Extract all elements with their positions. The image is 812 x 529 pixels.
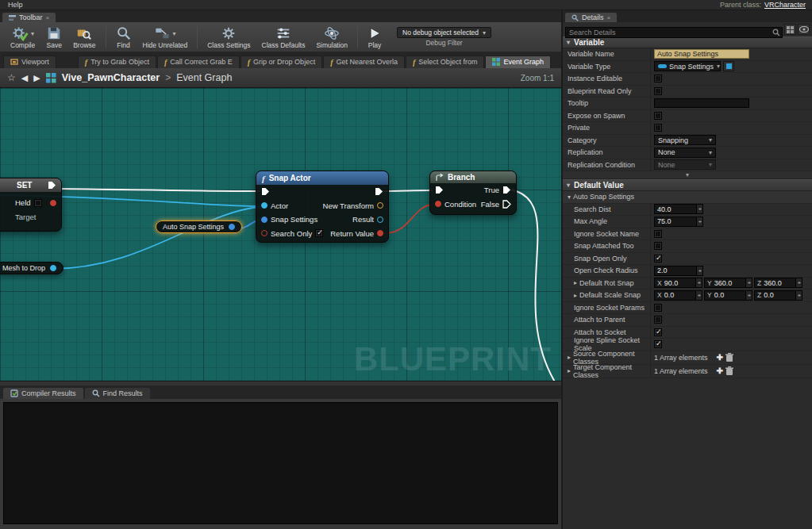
save-button[interactable]: Save	[40, 24, 67, 50]
tab-viewport[interactable]: Viewport	[3, 56, 56, 68]
spinner[interactable]	[745, 291, 752, 300]
advanced-expander[interactable]: ▼	[563, 171, 812, 179]
add-element-button[interactable]: ✚	[717, 367, 723, 375]
search-details-input[interactable]	[565, 27, 783, 38]
snap-settings-input-pin[interactable]	[261, 217, 267, 223]
hide-unrelated-button[interactable]: ▾ Hide Unrelated	[137, 24, 194, 50]
tab-try-to-grab-object[interactable]: fTry to Grab Object	[78, 56, 156, 68]
forward-arrow-icon[interactable]: ▶	[33, 74, 40, 82]
expose-on-spawn-checkbox[interactable]	[654, 112, 662, 120]
auto-snap-settings-node[interactable]: Auto Snap Settings	[156, 220, 242, 233]
search-only-input-pin[interactable]	[261, 230, 267, 236]
private-checkbox[interactable]	[654, 124, 662, 132]
scale-snap-y-input[interactable]: Y0.0	[704, 290, 752, 301]
expand-arrow-icon[interactable]: ▸	[568, 354, 571, 361]
category-dropdown[interactable]: Snapping▾	[654, 135, 716, 145]
play-button[interactable]: Play	[362, 24, 387, 50]
max-angle-input[interactable]: 75.0	[654, 217, 703, 227]
exec-out-pin[interactable]	[48, 181, 56, 190]
attach-to-parent-checkbox[interactable]	[654, 316, 662, 324]
snap-attached-too-checkbox[interactable]	[654, 242, 662, 250]
rot-snap-z-input[interactable]: Z360.0	[754, 278, 802, 288]
exec-in-pin[interactable]	[261, 187, 270, 196]
tab-get-nearest-overla[interactable]: fGet Nearest Overla	[323, 56, 405, 68]
close-icon[interactable]: ×	[607, 14, 611, 21]
breadcrumb-current[interactable]: Event Graph	[176, 72, 232, 83]
add-element-button[interactable]: ✚	[717, 354, 723, 362]
breadcrumb-root[interactable]: Vive_PawnCharacter	[62, 72, 160, 83]
menu-help[interactable]: Help	[0, 1, 31, 9]
spinner[interactable]	[695, 291, 702, 300]
set-node[interactable]: SET Held Target	[0, 178, 62, 232]
new-transform-output-pin[interactable]	[377, 202, 383, 209]
hide-unrelated-dropdown-icon[interactable]: ▾	[172, 30, 175, 37]
expand-arrow-icon[interactable]: ▸	[574, 279, 577, 286]
tab-select-object-from[interactable]: fSelect Object from	[406, 56, 484, 68]
tab-call-correct-grab[interactable]: fCall Correct Grab E	[157, 56, 240, 68]
tab-compiler-results[interactable]: Compiler Results	[3, 388, 83, 399]
spinner[interactable]	[696, 205, 702, 213]
container-type-button[interactable]	[723, 61, 734, 71]
true-exec-out-pin[interactable]	[502, 186, 511, 194]
expand-arrow-icon[interactable]: ▸	[568, 367, 571, 374]
back-arrow-icon[interactable]: ◀	[21, 74, 28, 82]
open-check-radius-input[interactable]: 2.0	[654, 266, 703, 276]
tab-details[interactable]: Details ×	[565, 13, 617, 22]
search-dist-input[interactable]: 40.0	[654, 204, 703, 214]
false-exec-out-pin[interactable]	[502, 200, 511, 209]
trash-icon[interactable]	[725, 353, 733, 362]
spinner[interactable]	[795, 291, 802, 300]
rot-snap-y-input[interactable]: Y360.0	[704, 278, 752, 288]
trash-icon[interactable]	[725, 366, 733, 375]
attach-to-socket-checkbox[interactable]	[654, 328, 662, 336]
row-auto-snap-settings-group[interactable]: ▾ Auto Snap Settings	[563, 191, 812, 204]
tab-event-graph[interactable]: Event Graph	[485, 56, 551, 68]
snap-open-only-checkbox[interactable]	[654, 255, 662, 263]
tooltip-input[interactable]	[654, 98, 749, 108]
property-matrix-button[interactable]	[784, 24, 796, 35]
tab-grip-or-drop-object[interactable]: fGrip or Drop Object	[241, 56, 322, 68]
blueprint-read-only-checkbox[interactable]	[654, 87, 662, 95]
snap-actor-node[interactable]: f Snap Actor Actor New Transform Snap Se…	[256, 171, 389, 243]
replication-dropdown[interactable]: None▾	[654, 148, 716, 158]
spinner[interactable]	[695, 278, 702, 287]
class-settings-button[interactable]: Class Settings	[202, 24, 256, 50]
class-defaults-button[interactable]: Class Defaults	[256, 24, 311, 50]
auto-snap-output-pin[interactable]	[229, 224, 235, 230]
condition-input-pin[interactable]	[435, 201, 441, 207]
debug-object-dropdown[interactable]: No debug object selected ▾	[397, 27, 491, 38]
ignore-socket-params-checkbox[interactable]	[654, 304, 662, 312]
exec-in-pin[interactable]	[435, 186, 444, 194]
scale-snap-x-input[interactable]: X0.0	[654, 290, 702, 301]
held-checkbox[interactable]	[34, 199, 42, 207]
variable-type-dropdown[interactable]: Snap Settings ▾	[654, 61, 721, 71]
view-options-button[interactable]	[798, 24, 810, 35]
result-output-pin[interactable]	[377, 217, 383, 223]
ignore-socket-name-checkbox[interactable]	[654, 230, 662, 238]
compile-button[interactable]: ▾ Compile	[5, 24, 40, 50]
variable-name-input[interactable]	[654, 49, 749, 59]
branch-node[interactable]: Branch True Condition False	[429, 171, 517, 215]
mesh-to-drop-node[interactable]: Mesh to Drop	[0, 262, 63, 274]
find-button[interactable]: Find	[110, 24, 137, 50]
compiler-results-output[interactable]	[3, 402, 558, 524]
exec-out-pin[interactable]	[375, 187, 383, 196]
search-only-checkbox[interactable]	[315, 229, 323, 237]
actor-input-pin[interactable]	[261, 202, 267, 209]
toolbar-tab[interactable]: Toolbar ×	[2, 13, 56, 22]
held-output-pin[interactable]	[50, 200, 56, 206]
spinner[interactable]	[696, 217, 702, 226]
return-value-output-pin[interactable]	[377, 230, 383, 236]
spinner[interactable]	[795, 278, 802, 287]
instance-editable-checkbox[interactable]	[654, 75, 662, 82]
spinner[interactable]	[745, 278, 752, 287]
expand-arrow-icon[interactable]: ▸	[574, 292, 577, 299]
scale-snap-z-input[interactable]: Z0.0	[754, 290, 802, 301]
rot-snap-x-input[interactable]: X90.0	[654, 278, 702, 288]
browse-button[interactable]: Browse	[67, 24, 101, 50]
bookmark-star-icon[interactable]: ☆	[7, 72, 16, 83]
tab-find-results[interactable]: Find Results	[85, 388, 150, 399]
mesh-output-pin[interactable]	[50, 265, 56, 271]
section-default-value[interactable]: ▾ Default Value	[563, 179, 812, 191]
close-icon[interactable]: ×	[46, 14, 50, 21]
